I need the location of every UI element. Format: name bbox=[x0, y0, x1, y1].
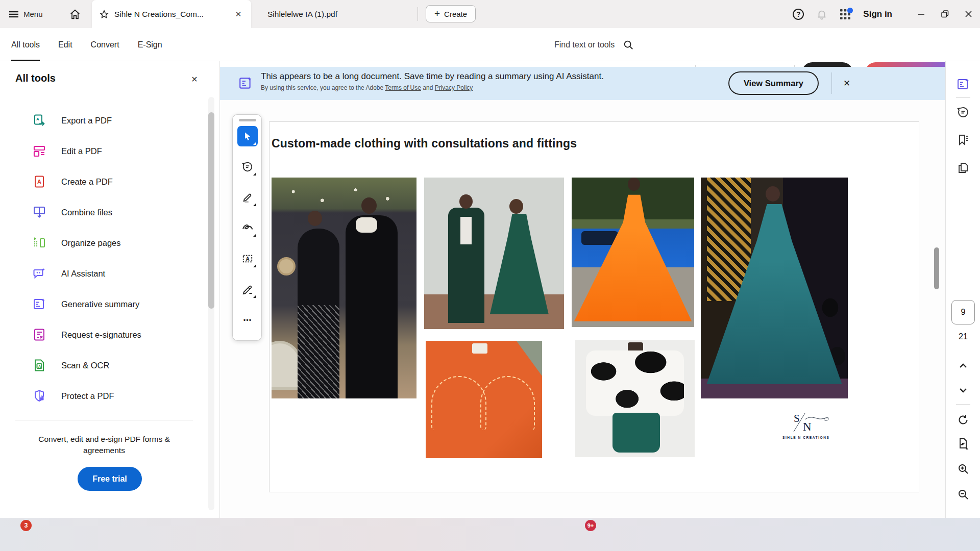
nav-all-tools[interactable]: All tools bbox=[11, 28, 40, 61]
tool-expand-corner bbox=[253, 172, 256, 176]
teams-badge: 9+ bbox=[585, 520, 596, 531]
tool-expand-corner bbox=[253, 264, 256, 267]
generative-summary-icon bbox=[33, 297, 46, 311]
panel-close-icon[interactable]: ✕ bbox=[188, 72, 201, 86]
create-button[interactable]: + Create bbox=[426, 5, 476, 22]
fit-page-button[interactable] bbox=[954, 435, 972, 452]
search-icon bbox=[623, 39, 634, 51]
banner-close-icon[interactable]: ✕ bbox=[839, 76, 854, 91]
privacy-policy-link[interactable]: Privacy Policy bbox=[435, 84, 473, 91]
zoom-in-button[interactable] bbox=[954, 460, 972, 478]
right-rail: 9 21 bbox=[945, 61, 980, 518]
sidebar-item-label: Protect a PDF bbox=[61, 391, 114, 401]
sidebar-item-edit-pdf[interactable]: Edit a PDF bbox=[0, 136, 208, 166]
combine-files-icon bbox=[33, 206, 46, 219]
zoom-out-button[interactable] bbox=[954, 486, 972, 503]
palette-drag-handle[interactable] bbox=[239, 119, 256, 121]
rail-divider bbox=[956, 97, 970, 98]
banner-divider bbox=[831, 72, 832, 94]
protect-pdf-icon bbox=[33, 389, 46, 403]
restore-button[interactable] bbox=[933, 0, 957, 28]
sign-in-button[interactable]: Sign in bbox=[863, 9, 892, 19]
sidebar-divider bbox=[15, 420, 193, 420]
document-heading: Custom-made clothing with consultations … bbox=[272, 137, 577, 151]
tab-title: Sihlelelwe IA (1).pdf bbox=[267, 10, 396, 19]
document-viewport: Custom-made clothing with consultations … bbox=[220, 100, 945, 518]
rail-page-thumbnails-button[interactable] bbox=[954, 159, 972, 177]
highlight-tool-button[interactable] bbox=[237, 187, 258, 208]
home-button[interactable] bbox=[67, 7, 83, 22]
ai-assistant-icon bbox=[33, 267, 46, 280]
menu-label: Menu bbox=[23, 10, 43, 18]
document-scrollbar-thumb[interactable] bbox=[934, 247, 939, 289]
export-pdf-icon: A bbox=[33, 114, 46, 127]
sidebar-item-organize-pages[interactable]: Organize pages bbox=[0, 228, 208, 258]
sidebar-item-request-esignatures[interactable]: Request e-signatures bbox=[0, 319, 208, 350]
more-tools-button[interactable]: ••• bbox=[237, 310, 258, 330]
banner-message: This appears to be a long document. Save… bbox=[261, 71, 604, 82]
panel-title: All tools bbox=[15, 72, 56, 84]
nav-esign[interactable]: E-Sign bbox=[138, 28, 162, 61]
star-icon[interactable] bbox=[99, 9, 109, 19]
current-page-input[interactable]: 9 bbox=[951, 300, 975, 324]
tab-close-icon[interactable]: ✕ bbox=[233, 9, 244, 20]
banner-and: and bbox=[423, 84, 433, 91]
rail-bookmarks-button[interactable] bbox=[954, 131, 972, 148]
minimize-button[interactable] bbox=[910, 0, 933, 28]
view-summary-button[interactable]: View Summary bbox=[728, 71, 819, 95]
request-esignatures-icon bbox=[33, 328, 46, 341]
sidebar-item-create-pdf[interactable]: A Create a PDF bbox=[0, 166, 208, 197]
find-text-field[interactable]: Find text or tools bbox=[554, 28, 634, 61]
nav-edit[interactable]: Edit bbox=[58, 28, 72, 61]
ai-summary-banner: This appears to be a long document. Save… bbox=[220, 67, 945, 100]
photo-orange-gown-by-car bbox=[572, 178, 694, 327]
all-tools-panel: All tools ✕ A Export a PDF Edit a PDF A … bbox=[0, 61, 220, 518]
next-page-button[interactable] bbox=[954, 382, 972, 399]
free-trial-button[interactable]: Free trial bbox=[78, 467, 142, 491]
sidebar-item-label: Scan & OCR bbox=[61, 361, 109, 370]
close-window-button[interactable] bbox=[957, 0, 980, 28]
title-bar: Menu Sihle N Creations_Com... ✕ Sihlelel… bbox=[0, 0, 980, 28]
sidebar-item-export-pdf[interactable]: A Export a PDF bbox=[0, 105, 208, 136]
tool-expand-corner bbox=[253, 142, 256, 145]
nav-convert[interactable]: Convert bbox=[91, 28, 119, 61]
tab-inactive[interactable]: Sihlelelwe IA (1).pdf bbox=[255, 0, 408, 28]
total-pages-label: 21 bbox=[946, 332, 980, 341]
sidebar-item-scan-ocr[interactable]: A Scan & OCR bbox=[0, 350, 208, 381]
rail-comments-button[interactable] bbox=[954, 104, 972, 121]
notifications-button[interactable] bbox=[813, 6, 830, 23]
tab-active[interactable]: Sihle N Creations_Com... ✕ bbox=[92, 0, 251, 28]
fill-sign-tool-button[interactable] bbox=[237, 279, 258, 299]
menu-button[interactable]: Menu bbox=[9, 0, 43, 28]
banner-disclaimer: By using this service, you agree to the … bbox=[261, 84, 604, 91]
terms-of-use-link[interactable]: Terms of Use bbox=[385, 84, 421, 91]
logo-letter-s: S bbox=[794, 412, 800, 425]
comment-tool-button[interactable] bbox=[237, 157, 258, 177]
sidebar-item-combine-files[interactable]: Combine files bbox=[0, 197, 208, 228]
logo-caption: SIHLE N CREATIONS bbox=[782, 436, 839, 439]
sidebar-item-label: Generative summary bbox=[61, 299, 139, 309]
banner-agree-prefix: By using this service, you agree to the … bbox=[261, 84, 383, 91]
sidebar-item-generative-summary[interactable]: Generative summary bbox=[0, 289, 208, 319]
sidebar-item-ai-assistant[interactable]: AI Assistant bbox=[0, 258, 208, 289]
svg-text:A: A bbox=[36, 117, 39, 121]
find-placeholder: Find text or tools bbox=[554, 40, 615, 49]
sidebar-item-protect-pdf[interactable]: Protect a PDF bbox=[0, 381, 208, 411]
rotate-page-button[interactable] bbox=[954, 411, 972, 429]
sidebar-scrollbar-thumb[interactable] bbox=[208, 112, 214, 309]
previous-page-button[interactable] bbox=[954, 357, 972, 374]
sidebar-item-label: Request e-signatures bbox=[61, 330, 141, 340]
svg-text:A: A bbox=[246, 256, 250, 262]
sidebar-item-label: AI Assistant bbox=[61, 269, 105, 279]
apps-grid-button[interactable] bbox=[837, 6, 854, 23]
weather-badge: 3 bbox=[20, 520, 32, 531]
draw-tool-button[interactable] bbox=[237, 218, 258, 238]
rail-generative-summary-button[interactable] bbox=[954, 76, 972, 93]
select-tool-button[interactable] bbox=[237, 126, 258, 146]
scan-ocr-icon: A bbox=[33, 359, 46, 372]
tool-expand-corner bbox=[253, 234, 256, 237]
organize-pages-icon bbox=[33, 236, 46, 249]
add-text-tool-button[interactable]: A bbox=[237, 248, 258, 269]
help-button[interactable]: ? bbox=[790, 6, 807, 23]
tool-expand-corner bbox=[253, 203, 256, 206]
